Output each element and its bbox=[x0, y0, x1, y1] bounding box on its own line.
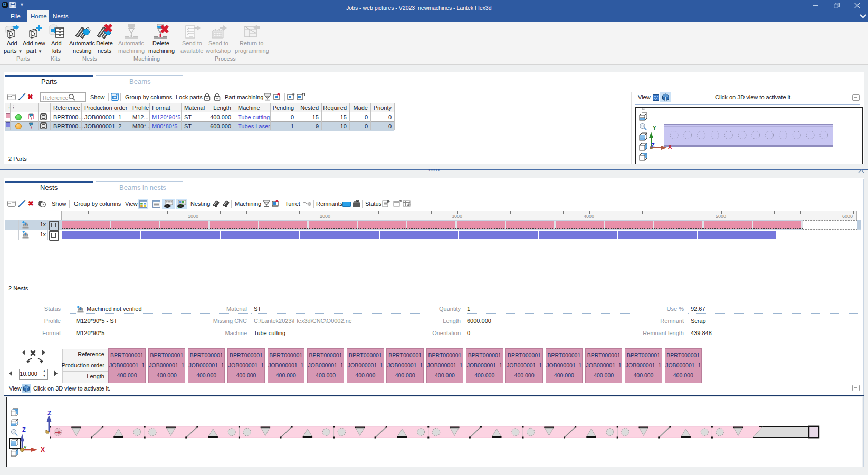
svg-text:Y: Y bbox=[24, 445, 27, 450]
